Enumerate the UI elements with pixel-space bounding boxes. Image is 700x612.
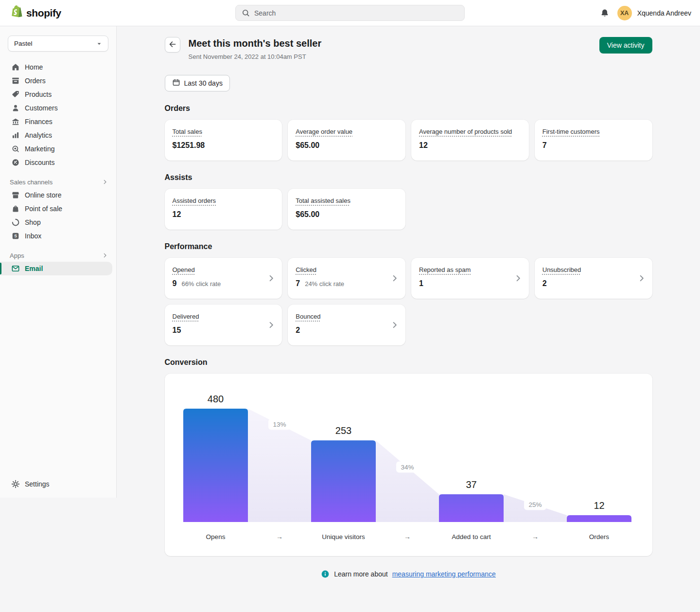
search-input[interactable]: [235, 5, 465, 21]
metric-label[interactable]: Total sales: [173, 128, 202, 135]
sidebar-item-label: Discounts: [25, 159, 54, 166]
metric-label[interactable]: Total assisted sales: [296, 197, 350, 204]
funnel-percent-label: 25%: [528, 501, 542, 508]
sidebar-item-customers[interactable]: Customers: [0, 101, 116, 115]
sidebar-item-label: Products: [25, 90, 52, 98]
funnel-percent-label: 34%: [401, 464, 414, 471]
footer-text: Learn more about: [334, 570, 388, 578]
chevron-right-icon: [637, 273, 647, 283]
apps-nav: Email: [0, 262, 116, 275]
back-button[interactable]: [165, 37, 180, 53]
shop-icon: [11, 218, 20, 227]
discounts-icon: [11, 158, 20, 167]
shopify-logo[interactable]: shopify: [0, 5, 61, 21]
funnel-value-label: 12: [594, 500, 604, 511]
metric-label[interactable]: Reported as spam: [419, 266, 471, 273]
products-icon: [11, 90, 20, 99]
sidebar-item-label: Inbox: [25, 232, 41, 240]
funnel-bar: [567, 515, 631, 522]
metric-value: 7: [542, 141, 547, 150]
shopify-bag-icon: [11, 5, 23, 21]
metric-label[interactable]: Average order value: [296, 128, 352, 135]
metric-label[interactable]: Assisted orders: [173, 197, 216, 204]
metric-card-bounced[interactable]: Bounced2: [288, 305, 405, 345]
metric-label[interactable]: Opened: [173, 266, 195, 273]
funnel-bar: [311, 440, 376, 522]
metric-value: $65.00: [296, 141, 319, 150]
chevron-down-icon: [95, 40, 103, 48]
metric-card-unsubscribed[interactable]: Unsubscribed2: [535, 258, 652, 299]
sidebar-item-discounts[interactable]: Discounts: [0, 156, 116, 169]
metric-card-delivered[interactable]: Delivered15: [165, 305, 282, 345]
sidebar-item-settings[interactable]: Settings: [0, 477, 116, 491]
sidebar-item-inbox[interactable]: SInbox: [0, 229, 116, 243]
metric-value: 9: [173, 279, 177, 288]
metric-label[interactable]: Average number of products sold: [419, 128, 512, 135]
page-title: Meet this month's best seller: [189, 37, 322, 50]
calendar-icon: [172, 78, 180, 88]
sidebar-item-label: Customers: [25, 104, 58, 112]
orders-icon: [11, 76, 20, 85]
metric-label[interactable]: Delivered: [173, 313, 199, 320]
account-menu[interactable]: XA Xquenda Andreev: [617, 6, 691, 20]
funnel-value-label: 37: [466, 479, 476, 490]
sidebar: Pastel HomeOrdersProductsCustomersFinanc…: [0, 26, 117, 498]
chevron-right-icon: [390, 273, 400, 283]
performance-section-title: Performance: [165, 242, 652, 251]
sales-channels-header[interactable]: Sales channels: [0, 177, 116, 187]
funnel-category-label: Orders: [589, 533, 609, 540]
sidebar-item-label: Shop: [25, 218, 41, 226]
sidebar-item-marketing[interactable]: Marketing: [0, 142, 116, 156]
funnel-connector: [376, 440, 439, 522]
sidebar-item-label: Online store: [25, 191, 61, 199]
avatar: XA: [617, 6, 632, 20]
store-selector[interactable]: Pastel: [8, 36, 108, 52]
metric-card-opened[interactable]: Opened966% click rate: [165, 258, 282, 299]
main-nav: HomeOrdersProductsCustomersFinancesAnaly…: [0, 60, 116, 169]
conversion-section-title: Conversion: [165, 358, 652, 367]
metric-label[interactable]: Unsubscribed: [542, 266, 581, 273]
search-icon: [241, 8, 250, 18]
metric-label[interactable]: Bounced: [296, 313, 320, 320]
sidebar-item-online-store[interactable]: Online store: [0, 188, 116, 202]
metric-card-assisted-orders: Assisted orders12: [165, 189, 282, 230]
sidebar-item-label: Point of sale: [25, 205, 62, 213]
funnel-category-label: Added to cart: [452, 533, 491, 540]
metric-label[interactable]: First-time customers: [542, 128, 600, 135]
account-name: Xquenda Andreev: [637, 9, 691, 17]
funnel-value-label: 480: [207, 394, 223, 404]
date-range-filter[interactable]: Last 30 days: [165, 75, 230, 91]
sidebar-item-orders[interactable]: Orders: [0, 74, 116, 88]
metric-card-reported-as-spam[interactable]: Reported as spam1: [411, 258, 529, 299]
chevron-right-icon: [266, 273, 276, 283]
chevron-right-icon: [266, 320, 276, 330]
metric-card-total-assisted-sales: Total assisted sales$65.00: [288, 189, 405, 230]
funnel-arrow: →: [532, 533, 539, 540]
sidebar-item-shop[interactable]: Shop: [0, 216, 116, 229]
sidebar-item-label: Orders: [25, 77, 46, 85]
sidebar-item-point-of-sale[interactable]: Point of sale: [0, 202, 116, 216]
sidebar-item-products[interactable]: Products: [0, 88, 116, 101]
sales-channels-label: Sales channels: [10, 179, 52, 186]
metric-subtext: 66% click rate: [181, 280, 221, 288]
sidebar-item-finances[interactable]: Finances: [0, 115, 116, 128]
metric-card-clicked[interactable]: Clicked724% click rate: [288, 258, 405, 299]
view-activity-button[interactable]: View activity: [599, 37, 652, 54]
notifications-bell-icon[interactable]: [600, 8, 610, 18]
apps-header[interactable]: Apps: [0, 251, 116, 260]
date-range-label: Last 30 days: [184, 79, 223, 87]
metric-value: $65.00: [296, 210, 319, 219]
analytics-icon: [11, 131, 20, 140]
metric-value: $1251.98: [173, 141, 205, 150]
marketing-icon: [11, 144, 20, 153]
sidebar-item-analytics[interactable]: Analytics: [0, 128, 116, 142]
footer-link[interactable]: measuring marketing performance: [392, 570, 496, 578]
metric-label[interactable]: Clicked: [296, 266, 316, 273]
sidebar-item-label: Analytics: [25, 131, 52, 139]
sidebar-item-home[interactable]: Home: [0, 60, 116, 74]
sidebar-item-email[interactable]: Email: [0, 262, 112, 275]
global-search[interactable]: [235, 5, 465, 21]
sidebar-item-label: Marketing: [25, 145, 54, 153]
metric-card-average-number-of-products-sold: Average number of products sold12: [411, 120, 529, 161]
chevron-right-icon: [390, 320, 400, 330]
